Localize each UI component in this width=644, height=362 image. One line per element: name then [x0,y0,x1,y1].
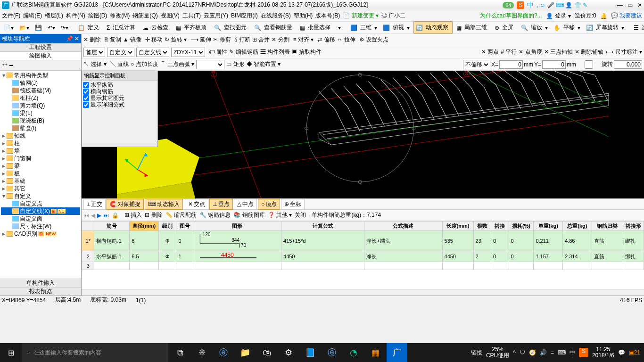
swirl-icon[interactable]: ❋ [191,343,212,362]
offset-mode-combo[interactable]: 不偏移 [463,60,490,69]
menu-file[interactable]: 文件(F) [2,12,20,20]
zoom-button[interactable]: 🔍 缩放 ▾ [519,22,550,33]
rotate-checkbox[interactable] [577,60,601,69]
th-joint[interactable]: 搭接形 [623,222,644,231]
th-length[interactable]: 长度(mm) [442,222,473,231]
tab-draw-input[interactable]: 绘图输入 [0,52,81,60]
coord-toggle[interactable]: ⊕ 坐标 [281,199,305,210]
flat-top-button[interactable]: ▦ 平齐板顶 [174,22,210,33]
menu-draw[interactable]: 绘图(D) [88,12,107,20]
tree-framecol[interactable]: 框柱(Z) [20,94,38,102]
windows-taskbar[interactable]: ⊞ ○ 在这里输入你要搜索的内容 ⧉ ❋ ⓔ 📁 🛍 ⚙ 📘 ⓔ ◔ ▦ 广 链… [0,343,644,362]
tree-wall[interactable]: 墙 [14,147,20,155]
th-name[interactable]: 筋号 [94,222,130,231]
th-class[interactable]: 钢筋归类 [592,222,623,231]
th-figno[interactable]: 图号 [176,222,193,231]
view-rebar-button[interactable]: 🔍 查看钢筋量 [252,22,296,33]
mirror-button[interactable]: ▲ 镜像 [123,36,141,44]
copy-button[interactable]: ⎘ 复制 [105,36,121,44]
tree-root[interactable]: 常用构件类型 [14,72,48,80]
define-button[interactable]: 📋 定义 [76,22,103,33]
component-tree[interactable]: ▾常用构件类型 轴网(J) 筏板基础(M) 框柱(Z) 剪力墙(Q) 梁(L) … [0,71,81,279]
app-current-icon[interactable]: 广 [387,343,407,362]
tree-beam[interactable]: 梁(L) [20,109,33,117]
clock[interactable]: 11:252018/1/6 [592,346,614,359]
select-floor-button[interactable]: ☰ 选择楼层 [632,22,644,33]
scale-button[interactable]: 📏 缩尺配筋 [165,211,197,219]
tree-cad[interactable]: CAD识别 [14,230,37,238]
local-3d-button[interactable]: ▦ 局部三维 [454,22,491,33]
horizontal-scrollbar[interactable] [82,289,644,296]
pin-icon[interactable]: 📌 [66,35,73,42]
tree-beam2[interactable]: 梁 [14,162,20,170]
extend-button[interactable]: ⟶ 延伸 [190,36,211,44]
point-angle-button[interactable]: ✕ 点角度 [519,48,542,56]
point-length-button[interactable]: ○ 点加长度 [131,60,158,68]
rebar-table[interactable]: 筋号 直径(mm) 级别 图号 图形 计算公式 公式描述 长度(mm) 根数 搭… [82,221,644,289]
tray-up-icon[interactable]: ^ [513,349,516,356]
edit-rebar-button[interactable]: ✎ 编辑钢筋 [229,48,258,56]
explorer-icon[interactable]: 📁 [235,343,256,362]
menu-modify[interactable]: 修改(M) [110,12,130,20]
tree-raft[interactable]: 筏板基础(M) [20,87,51,95]
network-icon[interactable]: 🧭 [529,349,536,356]
rebar-lib-button[interactable]: 📚 钢筋图库 [233,211,264,219]
volume-icon[interactable]: 🔊 [540,349,547,356]
line-button[interactable]: ╲ 直线 [110,60,129,68]
nav-prev-icon[interactable]: ◀ [91,212,95,219]
3d-viewport[interactable]: 7 8 [82,71,644,198]
offset-button[interactable]: ⇄ 偏移 [317,36,335,44]
dropdown-icon[interactable]: ▾ [336,24,343,32]
tree-custompt[interactable]: 自定义点 [20,200,42,208]
lock-icon[interactable]: 🔒 [112,212,119,219]
close-panel-button[interactable]: 关闭 [295,211,306,219]
find-element-button[interactable]: 🔍 查找图元 [212,22,250,33]
notifications-icon[interactable]: 💬 [618,349,625,356]
table-row[interactable]: 3 [82,262,644,270]
tree-col[interactable]: 柱 [14,140,20,148]
align-button[interactable]: ≡ 对齐 ▾ [293,36,314,44]
batch-select-button[interactable]: ▦ 批量选择 [298,22,334,33]
delete-axis-button[interactable]: ✕ 删除辅轴 [575,48,603,56]
tree-customline[interactable]: 自定义线(X) [20,207,50,215]
th-formula[interactable]: 计算公式 [281,222,364,231]
break-button[interactable]: ⦚ 打断 [235,36,250,44]
ie-icon[interactable]: ⓔ [322,343,342,362]
new-icon[interactable]: 📄▾ [2,24,16,32]
dimension-button[interactable]: ⟷ 尺寸标注 ▾ [605,48,642,56]
tree-niche[interactable]: 壁龛(I) [20,124,36,132]
login-button[interactable]: 👤 登录 ▾ [546,12,571,20]
tray-badge[interactable]: ▣21 [629,349,640,356]
three-point-axis-button[interactable]: ✕ 三点辅轴 [544,48,573,56]
tree-castslab[interactable]: 现浇板(B) [20,117,44,125]
x-input[interactable] [499,60,523,69]
floor-combo[interactable]: 首层 [83,48,105,57]
bottom-tab-report[interactable]: 报表预览 [0,287,81,296]
collapse-tool-icon[interactable]: ━ [9,62,13,69]
cloud-check-button[interactable]: ☁ 云检查 [141,22,172,33]
link-label[interactable]: 链接 [471,349,482,357]
tree-axisnet[interactable]: 轴网(J) [20,79,38,87]
ime-tray-icon[interactable]: 中 [570,349,575,357]
inter-toggle[interactable]: ✕ 交点 [185,199,208,210]
merge-button[interactable]: ⊞ 合并 [252,36,270,44]
split-button[interactable]: ✕ 分割 [272,36,289,44]
settings-icon[interactable]: ⚙ [278,343,299,362]
parallel-button[interactable]: # 平行 [501,48,517,56]
component-list-button[interactable]: ☰ 构件列表 [260,48,290,56]
top-view-button[interactable]: 🟦 俯视 ▾ [381,22,412,33]
menu-component[interactable]: 构件(N) [66,12,85,20]
tree-customface[interactable]: 自定义面 [20,215,42,223]
y-input[interactable] [542,60,566,69]
menu-edit[interactable]: 编辑(E) [23,12,42,20]
menu-view[interactable]: 视图(V) [161,12,180,20]
tree-dimnote[interactable]: 尺寸标注(W) [20,222,51,230]
ime-mode-icon[interactable]: 中 [527,1,534,9]
stretch-button[interactable]: ↔ 拉伸 [337,36,355,44]
th-lap[interactable]: 搭接 [491,222,509,231]
chk-transverse[interactable] [83,89,89,95]
arc-combo[interactable] [196,60,224,69]
cpu-meter[interactable]: 25%CPU使用 [486,346,509,359]
tree-axis[interactable]: 轴线 [14,132,25,140]
rebar-info-button[interactable]: 🔧 钢筋信息 [199,211,231,219]
